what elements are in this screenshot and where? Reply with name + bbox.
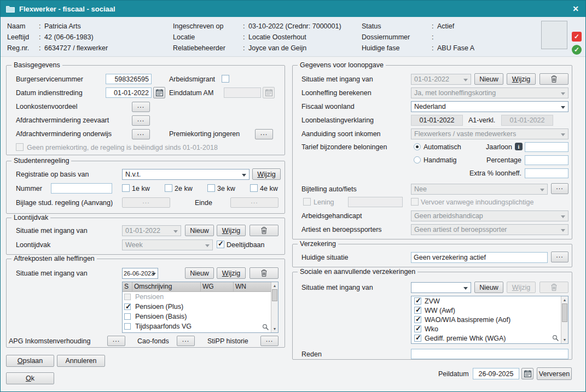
scroll-up-icon[interactable]: ▲ — [561, 296, 568, 303]
item-checkbox[interactable] — [414, 307, 421, 314]
loonkostenvoordeel-more-button[interactable]: ... — [132, 102, 150, 112]
handmatig-radio[interactable] — [414, 156, 421, 163]
item-checkbox[interactable] — [414, 297, 421, 305]
jaarloon-input[interactable] — [525, 142, 568, 152]
loonopgave-wijzig-button[interactable]: Wijzig — [507, 73, 536, 85]
table-row[interactable]: Tijdspaarfonds VG — [123, 321, 278, 331]
cao-fonds-more-button[interactable]: ... — [177, 336, 195, 346]
woonland-select[interactable]: Nederland — [411, 101, 568, 112]
geen-premiekorting-label: Geen premiekorting, de regeling is beëin… — [27, 144, 218, 152]
onderwijs-label: Afdrachtvermindering onderwijs — [16, 130, 112, 138]
stipp-more-button[interactable]: ... — [260, 336, 279, 346]
group-title: Basisgegevens — [11, 61, 62, 69]
selected-value: Nederland — [414, 103, 446, 110]
bsn-input[interactable] — [106, 74, 152, 84]
table-scrollbar[interactable]: ▲ ▼ — [271, 282, 278, 332]
kw4-label: 4e kw — [260, 185, 278, 193]
dots-label: ... — [113, 336, 120, 343]
item-checkbox[interactable] — [414, 316, 421, 323]
verversen-button[interactable]: Verversen — [537, 367, 572, 380]
aftrek-situatie-select[interactable]: 26-06-2023 — [122, 268, 158, 279]
arbeidsmigrant-checkbox[interactable] — [222, 75, 229, 83]
sociale-nieuw-button[interactable]: Nieuw — [474, 282, 503, 293]
premiekorting-more-button[interactable]: ... — [255, 129, 273, 139]
table-row[interactable]: Pensioen (Plus) — [123, 302, 278, 312]
kw2-checkbox[interactable] — [165, 184, 172, 192]
selected-value: 01-01-2022 — [125, 227, 160, 235]
tijdvak-wijzig-button[interactable]: Wijzig — [217, 225, 246, 236]
search-icon[interactable] — [552, 335, 559, 342]
annuleren-button[interactable]: Annuleren — [57, 355, 105, 367]
row-checkbox[interactable] — [124, 313, 131, 320]
a1-verklaring-label: A1-verkl. — [468, 116, 495, 125]
kw1-checkbox[interactable] — [122, 184, 130, 192]
table-row[interactable]: Pensioen (Basis) — [123, 312, 278, 321]
calendar-button[interactable] — [521, 368, 533, 379]
registratie-select[interactable]: N.v.t. — [122, 169, 250, 180]
dossiernummer-label: Dossiernummer — [362, 33, 410, 42]
aftrek-nieuw-button[interactable]: Nieuw — [185, 267, 214, 279]
search-icon[interactable] — [262, 324, 269, 331]
indiensttreding-input[interactable] — [106, 87, 152, 98]
item-checkbox[interactable] — [414, 325, 421, 332]
bijtelling-more-button[interactable]: ... — [551, 183, 568, 194]
list-item[interactable]: WAO/WIA basispremie (Aof) — [411, 315, 568, 324]
zeevaart-more-button[interactable]: ... — [132, 115, 150, 126]
scroll-down-icon[interactable]: ▼ — [271, 325, 278, 332]
tijdvak-nieuw-button[interactable]: Nieuw — [185, 225, 214, 236]
kw3-checkbox[interactable] — [207, 184, 215, 192]
opslaan-button[interactable]: Opslaan — [6, 355, 54, 367]
table-row[interactable]: Pensioen — [123, 292, 278, 302]
list-item[interactable]: Wko — [411, 324, 568, 334]
automatisch-radio[interactable] — [414, 143, 421, 150]
info-icon[interactable]: i — [515, 143, 523, 150]
apg-more-button[interactable]: ... — [107, 336, 125, 346]
aftrek-delete-button[interactable] — [250, 267, 279, 279]
registratie-wijzig-button[interactable]: Wijzig — [252, 168, 281, 180]
list-scrollbar[interactable]: ▲ ▼ — [561, 296, 568, 343]
list-item[interactable]: Gediff. premie Whk (WGA) — [411, 334, 568, 343]
verzekeringen-list: ZVW WW (Awf) WAO/WIA basispremie (Aof) W… — [411, 296, 568, 344]
tijdvak-delete-button[interactable] — [250, 225, 279, 236]
kw1-label: 1e kw — [132, 185, 150, 193]
close-icon[interactable]: ✕ — [572, 4, 579, 13]
group-title: Loontijdvak — [11, 214, 50, 222]
kw4-checkbox[interactable] — [250, 184, 258, 192]
scroll-down-icon[interactable]: ▼ — [561, 336, 568, 343]
onderwijs-more-button[interactable]: ... — [132, 129, 150, 139]
vervoer-label: Vervoer vanwege inhoudingsplichtige — [421, 198, 533, 207]
row-checkbox[interactable] — [124, 303, 131, 310]
row-checkbox[interactable] — [124, 323, 131, 330]
peildatum-input[interactable] — [473, 368, 519, 379]
deeltijdbaan-checkbox[interactable] — [217, 241, 224, 248]
extra-loonheffing-input[interactable] — [525, 168, 568, 178]
colon: : — [243, 22, 245, 31]
list-item[interactable]: ZVW — [411, 296, 568, 306]
scroll-thumb[interactable] — [272, 289, 277, 301]
aftrek-wijzig-button[interactable]: Wijzig — [217, 267, 246, 279]
loonopgave-delete-button[interactable] — [539, 73, 568, 85]
dots-label: ... — [137, 129, 144, 137]
nummer-input[interactable] — [51, 183, 112, 194]
loonopgave-nieuw-button[interactable]: Nieuw — [474, 73, 503, 85]
aftrek-situatie-label: Situatie met ingang van — [16, 270, 88, 278]
list-item[interactable]: WW (Awf) — [411, 306, 568, 315]
row-label: Tijdspaarfonds VG — [135, 323, 192, 330]
scroll-up-icon[interactable]: ▲ — [271, 282, 278, 289]
loonbelastingverklaring-date[interactable]: 01-01-2022 — [411, 115, 463, 126]
cao-fonds-label: Cao-fonds — [137, 337, 169, 346]
ok-button[interactable]: Ok — [6, 372, 54, 384]
reden-input[interactable] — [411, 349, 568, 359]
colon: : — [243, 44, 245, 52]
tarief-label: Tarief bijzondere beloningen — [301, 143, 387, 151]
percentage-input[interactable] — [525, 155, 568, 165]
handmatig-label: Handmatig — [423, 156, 456, 165]
geen-premiekorting-checkbox — [16, 143, 24, 151]
sociale-situatie-select[interactable] — [411, 282, 471, 293]
verzekering-more-button[interactable]: ... — [551, 251, 568, 262]
item-checkbox[interactable] — [414, 335, 421, 342]
scroll-thumb[interactable] — [562, 303, 567, 322]
calendar-button[interactable] — [153, 87, 165, 98]
green-check-icon: ✓ — [572, 45, 582, 55]
aftrekposten-table: S Omschrijving WG WN Pensioen Pensioen (… — [122, 282, 279, 333]
